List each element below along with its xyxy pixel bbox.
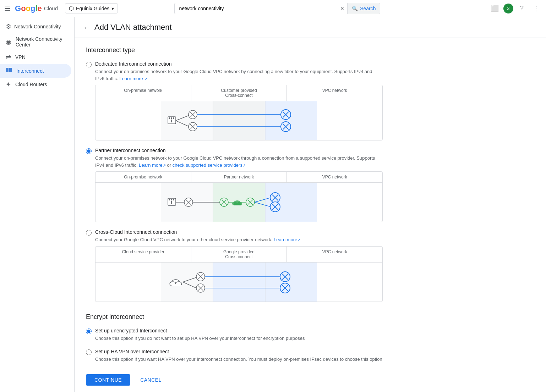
external-link-icon: ↗ (144, 77, 148, 81)
encrypt-title: Encrypt interconnect (86, 313, 383, 321)
more-options-icon[interactable]: ⋮ (530, 3, 542, 14)
sidebar-item-network-connectivity-center[interactable]: ◉ Network Connectivity Center (0, 33, 71, 50)
topbar-right-icons: ⬜ 3 ? ⋮ (489, 3, 542, 14)
bottom-actions: CONTINUE CANCEL (86, 374, 383, 392)
svg-rect-71 (171, 284, 181, 286)
interconnect-type-section: Interconnect type Dedicated Interconnect… (86, 46, 383, 302)
dedicated-diagram-header: On-premise network Customer providedCros… (95, 85, 382, 101)
continue-button[interactable]: CONTINUE (86, 374, 130, 386)
svg-rect-0 (6, 68, 9, 72)
sidebar-main-item[interactable]: ⚙ Network Connectivity (0, 20, 74, 33)
cross-cloud-col-2: Google providedCross-connect (191, 247, 287, 262)
svg-rect-4 (265, 101, 317, 140)
project-selector[interactable]: ⬡ Equinix Guides ▾ (65, 3, 118, 13)
external-link-icon: ↗ (163, 163, 166, 167)
cloud-routers-icon: ✦ (6, 81, 11, 88)
partner-diagram-header: On-premise network Partner network VPC n… (95, 172, 382, 183)
sidebar-item-label: Interconnect (16, 68, 44, 74)
ha-vpn-radio-label[interactable]: Set up HA VPN over Interconnect Choose t… (86, 349, 383, 363)
dedicated-title: Dedicated Interconnect connection (95, 61, 383, 67)
unencrypted-desc: Choose this option if you do not want to… (95, 335, 305, 342)
project-chevron: ▾ (111, 6, 114, 11)
search-clear-icon[interactable]: ✕ (337, 6, 347, 11)
ha-vpn-desc: Choose this option if you want HA VPN ov… (95, 356, 382, 363)
dedicated-col-3: VPC network (287, 85, 382, 101)
svg-rect-9 (171, 117, 172, 119)
check-providers-link[interactable]: check supported service providers↗ (173, 162, 246, 168)
dedicated-diagram-svg (95, 101, 382, 140)
partner-title: Partner Interconnect connection (95, 148, 383, 153)
partner-diagram-body (95, 183, 382, 222)
unencrypted-option: Set up unencrypted Interconnect Choose t… (86, 328, 383, 342)
partner-col-1: On-premise network (95, 172, 191, 182)
ha-vpn-radio[interactable] (86, 349, 92, 355)
cloud-label: Cloud (44, 5, 58, 11)
svg-rect-34 (169, 199, 170, 200)
sidebar-item-cloud-routers[interactable]: ✦ Cloud Routers (0, 78, 71, 91)
unencrypted-title: Set up unencrypted Interconnect (95, 328, 305, 333)
svg-rect-11 (171, 120, 172, 122)
vpn-icon: ⇌ (6, 53, 11, 61)
dedicated-radio[interactable] (86, 62, 92, 67)
partner-diagram: On-premise network Partner network VPC n… (95, 171, 383, 222)
partner-diagram-box: On-premise network Partner network VPC n… (95, 171, 383, 222)
avatar[interactable]: 3 (503, 4, 513, 13)
page-header: ← Add VLAN attachment (75, 17, 546, 38)
unencrypted-radio[interactable] (86, 328, 92, 334)
logo: Google Cloud (15, 4, 58, 13)
svg-rect-64 (213, 263, 265, 302)
dedicated-desc: Connect your on-premises network to your… (95, 68, 383, 82)
cross-cloud-title: Cross-Cloud Interconnect connection (95, 229, 300, 235)
dedicated-radio-label[interactable]: Dedicated Interconnect connection Connec… (86, 61, 383, 82)
partner-col-3: VPC network (287, 172, 382, 182)
cross-cloud-col-1: Cloud service provider (95, 247, 191, 262)
content-area: Interconnect type Dedicated Interconnect… (75, 38, 394, 392)
partner-learn-more-link[interactable]: Learn more↗ (139, 162, 165, 168)
interconnect-type-title: Interconnect type (86, 46, 383, 54)
topbar: ☰ Google Cloud ⬡ Equinix Guides ▾ ✕ 🔍 Se… (0, 0, 546, 17)
cross-cloud-learn-more-link[interactable]: Learn more↗ (274, 237, 300, 242)
cross-cloud-radio-label[interactable]: Cross-Cloud Interconnect connection Conn… (86, 229, 383, 243)
cross-cloud-diagram-box: Cloud service provider Google providedCr… (95, 246, 383, 302)
monitor-icon[interactable]: ⬜ (489, 3, 501, 14)
svg-rect-37 (171, 201, 172, 204)
main-content: ← Add VLAN attachment Interconnect type … (75, 17, 546, 392)
cross-cloud-diagram: Cloud service provider Google providedCr… (95, 246, 383, 302)
sidebar-item-label: VPN (15, 54, 26, 60)
svg-rect-36 (173, 199, 174, 200)
layout: ⚙ Network Connectivity ◉ Network Connect… (0, 17, 546, 392)
svg-rect-48 (234, 204, 241, 205)
svg-rect-3 (213, 101, 265, 140)
dedicated-diagram-body (95, 101, 382, 140)
dedicated-col-2: Customer providedCross-connect (191, 85, 287, 101)
cross-cloud-radio[interactable] (86, 230, 92, 236)
menu-icon[interactable]: ☰ (4, 4, 11, 13)
cross-cloud-option: Cross-Cloud Interconnect connection Conn… (86, 229, 383, 302)
search-button[interactable]: 🔍 Search (347, 3, 380, 14)
cancel-button[interactable]: CANCEL (135, 374, 167, 386)
sidebar-item-vpn[interactable]: ⇌ VPN (0, 50, 71, 64)
back-button[interactable]: ← (83, 23, 90, 32)
page-title: Add VLAN attachment (94, 23, 172, 32)
partner-option: Partner Interconnect connection Connect … (86, 148, 383, 222)
sidebar-item-interconnect[interactable]: Interconnect (0, 64, 71, 78)
settings-icon: ⚙ (6, 23, 11, 31)
dedicated-learn-more-link[interactable]: Learn more ↗ (119, 76, 147, 81)
sidebar: ⚙ Network Connectivity ◉ Network Connect… (0, 17, 75, 392)
encrypt-section: Encrypt interconnect Set up unencrypted … (86, 313, 383, 363)
svg-rect-35 (171, 199, 172, 200)
sidebar-item-label: Cloud Routers (15, 82, 47, 87)
dedicated-diagram: On-premise network Customer providedCros… (95, 85, 383, 140)
cross-cloud-diagram-header: Cloud service provider Google providedCr… (95, 247, 382, 263)
partner-radio-label[interactable]: Partner Interconnect connection Connect … (86, 148, 383, 169)
search-input[interactable] (175, 6, 337, 11)
help-icon[interactable]: ? (516, 3, 528, 14)
partner-radio[interactable] (86, 148, 92, 154)
svg-rect-8 (169, 117, 170, 119)
unencrypted-radio-label[interactable]: Set up unencrypted Interconnect Choose t… (86, 328, 383, 342)
dedicated-col-1: On-premise network (95, 85, 191, 101)
dedicated-diagram-box: On-premise network Customer providedCros… (95, 85, 383, 140)
sidebar-main-label: Network Connectivity (14, 24, 61, 29)
cross-cloud-diagram-svg (95, 263, 382, 302)
search-icon: 🔍 (352, 6, 358, 11)
